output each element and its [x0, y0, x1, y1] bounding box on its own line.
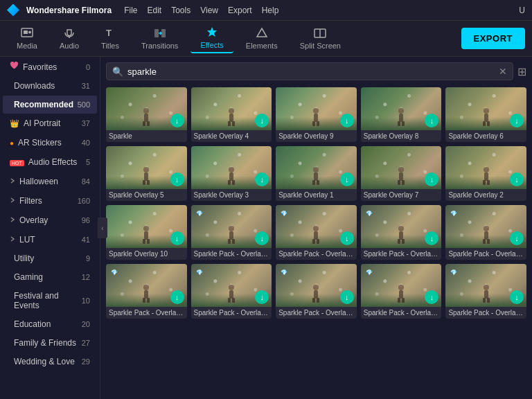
- halloween-sidebar-label: Halloween: [19, 177, 82, 186]
- sidebar-item-halloween[interactable]: Halloween84: [3, 172, 97, 190]
- filters-sidebar-icon: [10, 195, 15, 206]
- sidebar-item-ar-stickers[interactable]: ●AR Stickers40: [3, 133, 97, 152]
- sidebar-item-recommended[interactable]: Recommended500: [3, 96, 97, 114]
- wedding-love-sidebar-label: Wedding & Love: [14, 357, 82, 366]
- sidebar: Favorites0Downloads31Recommended500👑AI P…: [0, 57, 100, 399]
- effect-thumbnail-sparkle-overlay-9: ↓: [276, 87, 357, 130]
- gaming-sidebar-count: 12: [82, 273, 90, 281]
- effect-item-sparkle-pack-overlay-7[interactable]: ↓💎Sparkle Pack - Overlay 7: [361, 264, 442, 319]
- svg-rect-45: [398, 180, 400, 185]
- effect-item-sparkle-overlay-6[interactable]: ↓Sparkle Overlay 6: [445, 87, 526, 142]
- effect-item-sparkle-overlay-8[interactable]: ↓Sparkle Overlay 8: [361, 87, 442, 142]
- sidebar-item-wedding-love[interactable]: Wedding & Love29: [3, 353, 97, 371]
- download-badge: ↓: [510, 172, 524, 186]
- toolbar-item-split-screen[interactable]: Split Screen: [290, 25, 351, 53]
- effect-label-sparkle-pack-overlay-6: Sparkle Pack - Overlay 6: [445, 248, 526, 260]
- svg-rect-81: [312, 298, 315, 303]
- svg-rect-12: [144, 114, 148, 122]
- download-badge: ↓: [510, 231, 524, 245]
- menu-item-help[interactable]: Help: [262, 6, 279, 15]
- svg-point-67: [484, 226, 489, 231]
- toolbar-item-transitions[interactable]: Transitions: [132, 25, 188, 53]
- content-area: 🔍 ✕ ⊞ ↓Sparkle↓Sparkle Overlay 4↓Sparkle…: [100, 57, 532, 399]
- audio-icon: [64, 27, 75, 40]
- search-clear-button[interactable]: ✕: [499, 66, 507, 77]
- effect-item-sparkle-pack-overlay-1[interactable]: ↓💎Sparkle Pack - Overlay 1: [276, 264, 357, 319]
- sidebar-item-ai-portrait[interactable]: 👑AI Portrait37: [3, 114, 97, 132]
- effect-item-sparkle-pack-overlay-5[interactable]: ↓💎Sparkle Pack - Overlay 5: [191, 205, 272, 260]
- sidebar-item-audio-effects[interactable]: HOTAudio Effects5: [3, 152, 97, 171]
- svg-rect-77: [228, 298, 231, 303]
- sidebar-item-family-friends[interactable]: Family & Friends27: [3, 334, 97, 352]
- effect-item-sparkle-overlay-1[interactable]: ↓Sparkle Overlay 1: [276, 146, 357, 201]
- svg-rect-36: [229, 172, 233, 181]
- premium-badge: 💎: [109, 267, 120, 278]
- menu-item-export[interactable]: Export: [228, 6, 252, 15]
- toolbar-item-audio[interactable]: Audio: [50, 24, 89, 53]
- effect-item-sparkle-overlay-5[interactable]: ↓Sparkle Overlay 5: [106, 146, 187, 201]
- effect-item-sparkle-overlay-4[interactable]: ↓Sparkle Overlay 4: [191, 87, 272, 142]
- toolbar-item-media[interactable]: Media: [7, 24, 47, 53]
- effect-thumbnail-sparkle-pack-overlay-7: ↓💎: [361, 264, 442, 307]
- svg-rect-69: [483, 239, 486, 244]
- sidebar-item-filters[interactable]: Filters160: [3, 191, 97, 210]
- effect-item-sparkle-pack-overlay-3[interactable]: ↓💎Sparkle Pack - Overlay 3: [106, 264, 187, 319]
- svg-rect-14: [147, 121, 150, 126]
- svg-rect-72: [144, 290, 148, 299]
- effect-item-sparkle-pack-overlay-6[interactable]: ↓💎Sparkle Pack - Overlay 6: [445, 205, 526, 260]
- toolbar-item-elements[interactable]: Elements: [236, 24, 287, 53]
- sidebar-item-favorites[interactable]: Favorites0: [3, 57, 97, 76]
- svg-rect-68: [484, 231, 488, 240]
- export-button[interactable]: EXPORT: [461, 28, 525, 49]
- menu-item-edit[interactable]: Edit: [147, 6, 161, 15]
- elements-icon: [256, 27, 268, 40]
- svg-rect-20: [314, 114, 318, 122]
- premium-badge: 💎: [364, 208, 375, 219]
- svg-rect-61: [312, 239, 315, 244]
- menu-item-tools[interactable]: Tools: [171, 6, 190, 15]
- sidebar-item-utility[interactable]: Utility9: [3, 249, 97, 267]
- effect-item-sparkle-pack-overlay-9[interactable]: ↓💎Sparkle Pack - Overlay 9: [276, 205, 357, 260]
- effect-item-sparkle-pack-overlay-2[interactable]: ↓💎Sparkle Pack - Overlay 2: [445, 264, 526, 319]
- menu-item-file[interactable]: File: [124, 6, 137, 15]
- effect-item-sparkle-overlay-7[interactable]: ↓Sparkle Overlay 7: [361, 146, 442, 201]
- menu-item-view[interactable]: View: [200, 6, 218, 15]
- sidebar-item-gaming[interactable]: Gaming12: [3, 268, 97, 286]
- svg-rect-64: [399, 231, 403, 240]
- grid-toggle-button[interactable]: ⊞: [517, 65, 526, 78]
- svg-rect-85: [398, 298, 400, 303]
- svg-rect-18: [232, 121, 235, 126]
- app-logo-icon: [7, 4, 19, 17]
- toolbar-item-titles[interactable]: TTitles: [91, 24, 129, 53]
- svg-rect-52: [144, 231, 148, 240]
- effect-item-sparkle-pack-overlay-8[interactable]: ↓💎Sparkle Pack - Overlay 8: [361, 205, 442, 260]
- sidebar-item-education[interactable]: Education20: [3, 315, 97, 333]
- sidebar-item-festival-events[interactable]: Festival and Events10: [3, 287, 97, 314]
- effect-label-sparkle-pack-overlay-8: Sparkle Pack - Overlay 8: [361, 248, 442, 260]
- audio-effects-sidebar-label: Audio Effects: [28, 157, 86, 167]
- sidebar-collapse-button[interactable]: ‹: [98, 218, 107, 238]
- effect-item-sparkle[interactable]: ↓Sparkle: [106, 87, 187, 142]
- download-badge: ↓: [340, 231, 354, 245]
- effect-item-sparkle-overlay-2[interactable]: ↓Sparkle Overlay 2: [445, 146, 526, 201]
- svg-marker-7: [207, 27, 217, 37]
- sidebar-item-lut[interactable]: LUT41: [3, 230, 97, 249]
- svg-rect-84: [399, 290, 403, 299]
- transitions-label: Transitions: [141, 42, 178, 50]
- toolbar-item-effects[interactable]: Effects: [190, 24, 233, 53]
- effect-item-sparkle-overlay-3[interactable]: ↓Sparkle Overlay 3: [191, 146, 272, 201]
- sidebar-item-overlay[interactable]: Overlay96: [3, 211, 97, 229]
- effect-item-sparkle-overlay-9[interactable]: ↓Sparkle Overlay 9: [276, 87, 357, 142]
- svg-point-35: [229, 167, 234, 172]
- app-name: Wondershare Filmora: [26, 6, 112, 15]
- sidebar-item-downloads[interactable]: Downloads31: [3, 77, 97, 95]
- effect-label-sparkle-pack-overlay-9: Sparkle Pack - Overlay 9: [276, 248, 357, 260]
- effect-thumbnail-sparkle-overlay-6: ↓: [445, 87, 526, 130]
- effect-item-sparkle-overlay-10[interactable]: ↓Sparkle Overlay 10: [106, 205, 187, 260]
- effect-label-sparkle-overlay-5: Sparkle Overlay 5: [106, 189, 187, 201]
- search-input[interactable]: [127, 66, 499, 77]
- download-badge: ↓: [170, 231, 184, 245]
- svg-rect-42: [317, 180, 319, 185]
- effect-item-sparkle-pack-overlay-4[interactable]: ↓💎Sparkle Pack - Overlay 4: [191, 264, 272, 319]
- svg-rect-41: [312, 180, 315, 185]
